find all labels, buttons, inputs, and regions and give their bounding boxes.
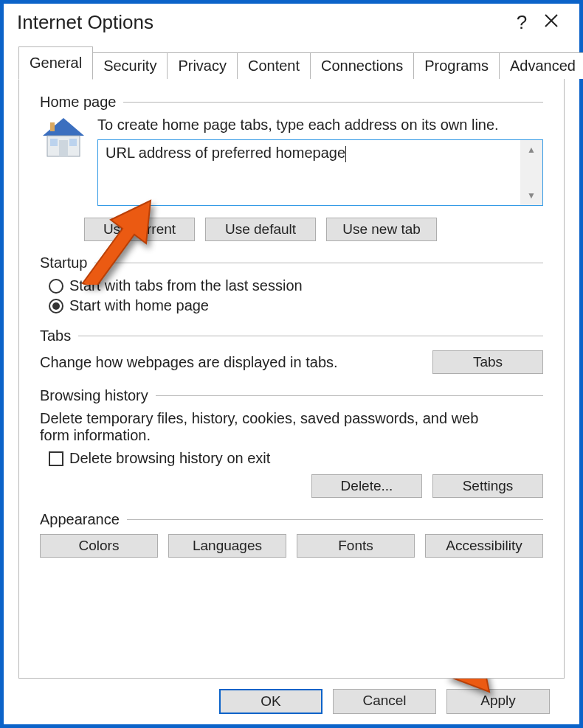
home-page-instruction: To create home page tabs, type each addr… <box>97 117 543 134</box>
startup-option-last-session-label: Start with tabs from the last session <box>69 277 303 294</box>
use-new-tab-button[interactable]: Use new tab <box>326 218 437 241</box>
titlebar: Internet Options ? <box>4 4 579 37</box>
radio-checked-icon <box>49 299 63 313</box>
tabs-group: Tabs Change how webpages are displayed i… <box>40 327 543 374</box>
chevron-down-icon[interactable]: ▼ <box>527 190 536 201</box>
delete-on-exit-checkbox[interactable]: Delete browsing history on exit <box>49 450 543 467</box>
delete-on-exit-label: Delete browsing history on exit <box>69 450 270 467</box>
tab-strip: General Security Privacy Content Connect… <box>18 46 565 79</box>
cancel-button[interactable]: Cancel <box>333 689 436 714</box>
divider <box>156 395 543 396</box>
browsing-history-group: Browsing history Delete temporary files,… <box>40 387 543 498</box>
startup-group: Startup Start with tabs from the last se… <box>40 254 543 314</box>
startup-option-last-session[interactable]: Start with tabs from the last session <box>49 277 543 294</box>
home-page-group: Home page <box>40 94 543 241</box>
divider <box>94 263 543 263</box>
appearance-group: Appearance Colors Languages Fonts Access… <box>40 511 543 558</box>
tabs-group-label: Tabs <box>40 327 71 344</box>
fonts-button[interactable]: Fonts <box>297 534 415 558</box>
divider <box>127 519 543 520</box>
svg-marker-0 <box>43 118 84 136</box>
startup-option-home-page-label: Start with home page <box>69 297 209 314</box>
use-default-button[interactable]: Use default <box>205 218 316 241</box>
internet-options-dialog: Internet Options ? General Security Priv… <box>0 0 583 728</box>
tab-general[interactable]: General <box>18 46 93 80</box>
startup-option-home-page[interactable]: Start with home page <box>49 297 543 314</box>
client-area: General Security Privacy Content Connect… <box>4 37 579 724</box>
colors-button[interactable]: Colors <box>40 534 158 558</box>
appearance-label: Appearance <box>40 511 120 528</box>
window-title: Internet Options <box>17 11 153 34</box>
use-current-button[interactable]: Use current <box>84 218 195 241</box>
browsing-history-label: Browsing history <box>40 387 148 404</box>
svg-rect-2 <box>59 140 68 156</box>
tab-advanced[interactable]: Advanced <box>499 52 583 79</box>
home-page-url-input[interactable]: URL address of preferred homepage ▲ ▼ <box>97 139 543 206</box>
home-icon <box>40 115 87 159</box>
help-button[interactable]: ? <box>507 11 537 34</box>
home-page-url-value: URL address of preferred homepage <box>106 145 345 161</box>
startup-label: Startup <box>40 254 87 271</box>
checkbox-icon <box>49 451 63 466</box>
divider <box>123 102 543 103</box>
tab-privacy[interactable]: Privacy <box>167 52 238 79</box>
radio-icon <box>49 279 63 294</box>
svg-rect-3 <box>50 139 58 146</box>
apply-button[interactable]: Apply <box>446 689 550 714</box>
scrollbar[interactable]: ▲ ▼ <box>520 140 542 205</box>
home-page-label: Home page <box>40 94 116 111</box>
browsing-history-description: Delete temporary files, history, cookies… <box>40 410 497 444</box>
tabs-button[interactable]: Tabs <box>432 350 543 374</box>
tab-content[interactable]: Content <box>237 52 311 79</box>
dialog-button-row: OK Cancel Apply <box>18 679 565 714</box>
tab-security[interactable]: Security <box>92 52 168 79</box>
tabs-description: Change how webpages are displayed in tab… <box>40 354 338 371</box>
close-button[interactable] <box>537 11 566 34</box>
languages-button[interactable]: Languages <box>168 534 286 558</box>
svg-rect-4 <box>69 139 77 146</box>
divider <box>78 336 543 336</box>
accessibility-button[interactable]: Accessibility <box>425 534 543 558</box>
chevron-up-icon[interactable]: ▲ <box>527 145 536 155</box>
delete-button[interactable]: Delete... <box>311 474 422 498</box>
ok-button[interactable]: OK <box>219 689 322 714</box>
svg-rect-5 <box>50 122 55 131</box>
tab-programs[interactable]: Programs <box>413 52 500 79</box>
tab-connections[interactable]: Connections <box>310 52 414 79</box>
settings-button[interactable]: Settings <box>432 474 543 498</box>
general-panel: Home page <box>18 78 565 679</box>
